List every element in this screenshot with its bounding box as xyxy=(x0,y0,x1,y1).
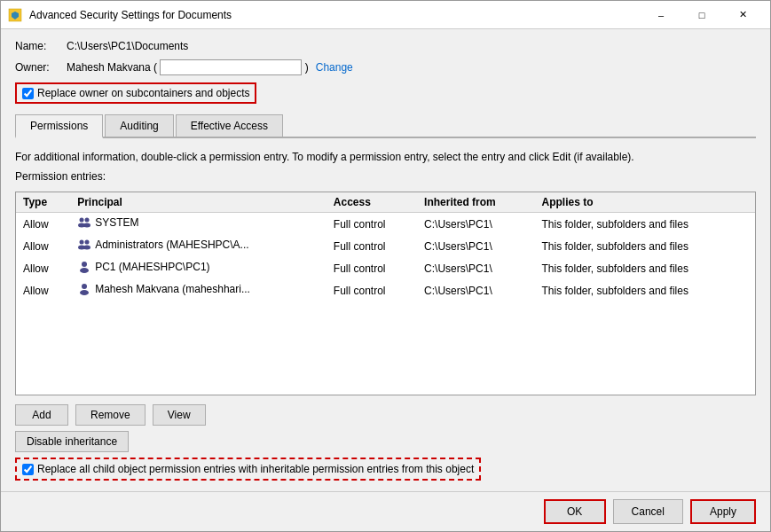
col-principal: Principal xyxy=(70,192,326,213)
tabs-bar: Permissions Auditing Effective Access xyxy=(15,114,756,138)
cell-type: Allow xyxy=(16,235,70,257)
title-bar: Advanced Security Settings for Documents… xyxy=(1,1,770,29)
cell-applies: This folder, subfolders and files xyxy=(534,235,755,257)
tab-permissions[interactable]: Permissions xyxy=(15,114,103,138)
cell-inherited: C:\Users\PC1\ xyxy=(417,235,534,257)
footer-buttons: OK Cancel Apply xyxy=(1,491,770,531)
disable-inheritance-button[interactable]: Disable inheritance xyxy=(15,431,129,452)
replace-child-checkbox[interactable] xyxy=(22,464,34,475)
cell-principal: PC1 (MAHESHPC\PC1) xyxy=(70,257,326,279)
tab-auditing[interactable]: Auditing xyxy=(105,114,173,137)
table-row[interactable]: Allow Administrators (MAHESHPC\A...Full … xyxy=(16,235,755,257)
add-button[interactable]: Add xyxy=(15,404,68,426)
table-row[interactable]: Allow Mahesh Makvana (maheshhari...Full … xyxy=(16,279,755,301)
name-row: Name: C:\Users\PC1\Documents xyxy=(15,40,756,52)
permissions-table-container: Type Principal Access Inherited from App… xyxy=(15,192,756,395)
replace-owner-checkbox[interactable] xyxy=(22,88,34,99)
minimize-button[interactable]: – xyxy=(641,6,681,24)
cell-access: Full control xyxy=(326,235,417,257)
cancel-button[interactable]: Cancel xyxy=(613,499,683,524)
main-window: Advanced Security Settings for Documents… xyxy=(0,0,771,532)
replace-child-row: Replace all child object permission entr… xyxy=(15,458,481,481)
tab-effective-access[interactable]: Effective Access xyxy=(176,114,283,137)
user-icon: Mahesh Makvana (maheshhari... xyxy=(77,282,250,296)
replace-owner-row: Replace owner on subcontainers and objec… xyxy=(15,82,256,104)
owner-label: Owner: xyxy=(15,61,59,74)
svg-point-12 xyxy=(80,290,89,295)
cell-inherited: C:\Users\PC1\ xyxy=(417,279,534,301)
cell-access: Full control xyxy=(326,257,417,279)
table-row[interactable]: Allow PC1 (MAHESHPC\PC1)Full controlC:\U… xyxy=(16,257,755,279)
owner-value: Mahesh Makvana ( ) xyxy=(67,59,309,75)
col-access: Access xyxy=(326,192,417,213)
svg-point-5 xyxy=(80,240,84,245)
maximize-button[interactable]: □ xyxy=(681,6,722,24)
section-label: Permission entries: xyxy=(15,170,756,183)
cell-applies: This folder, subfolders and files xyxy=(534,213,755,236)
svg-point-8 xyxy=(83,246,90,250)
cell-type: Allow xyxy=(16,213,70,236)
cell-inherited: C:\Users\PC1\ xyxy=(417,257,534,279)
table-button-row: Add Remove View xyxy=(15,404,756,426)
cell-access: Full control xyxy=(326,279,417,301)
name-label: Name: xyxy=(15,40,59,52)
cell-principal: SYSTEM xyxy=(70,213,326,236)
svg-point-11 xyxy=(82,284,87,289)
replace-owner-label[interactable]: Replace owner on subcontainers and objec… xyxy=(37,87,249,99)
cell-type: Allow xyxy=(16,257,70,279)
cell-type: Allow xyxy=(16,279,70,301)
table-row[interactable]: Allow SYSTEMFull controlC:\Users\PC1\Thi… xyxy=(16,213,755,236)
replace-child-label[interactable]: Replace all child object permission entr… xyxy=(37,463,474,475)
cell-applies: This folder, subfolders and files xyxy=(534,257,755,279)
cell-principal: Administrators (MAHESHPC\A... xyxy=(70,235,326,257)
svg-point-2 xyxy=(85,218,90,223)
col-type: Type xyxy=(16,192,70,213)
remove-button[interactable]: Remove xyxy=(75,404,146,426)
group-icon: SYSTEM xyxy=(77,215,138,230)
owner-row: Owner: Mahesh Makvana ( ) Change xyxy=(15,59,756,75)
cell-principal: Mahesh Makvana (maheshhari... xyxy=(70,279,326,301)
cell-inherited: C:\Users\PC1\ xyxy=(417,213,534,236)
window-icon xyxy=(8,8,22,22)
content-area: Name: C:\Users\PC1\Documents Owner: Mahe… xyxy=(1,29,770,491)
change-owner-link[interactable]: Change xyxy=(316,61,353,74)
user-icon: PC1 (MAHESHPC\PC1) xyxy=(77,260,209,274)
svg-point-9 xyxy=(82,262,87,267)
tab-content-permissions: For additional information, double-click… xyxy=(15,145,756,481)
apply-button[interactable]: Apply xyxy=(690,499,756,524)
svg-point-4 xyxy=(83,223,90,228)
permissions-table: Type Principal Access Inherited from App… xyxy=(16,192,755,301)
close-button[interactable]: ✕ xyxy=(722,6,763,24)
col-inherited: Inherited from xyxy=(417,192,534,213)
view-button[interactable]: View xyxy=(153,404,206,426)
ok-button[interactable]: OK xyxy=(544,499,606,524)
window-controls: – □ ✕ xyxy=(641,6,763,24)
group-icon: Administrators (MAHESHPC\A... xyxy=(77,238,248,252)
cell-applies: This folder, subfolders and files xyxy=(534,279,755,301)
svg-point-10 xyxy=(80,268,89,273)
window-title: Advanced Security Settings for Documents xyxy=(29,9,232,21)
col-applies: Applies to xyxy=(534,192,755,213)
cell-access: Full control xyxy=(326,213,417,236)
svg-point-6 xyxy=(85,240,90,245)
name-value: C:\Users\PC1\Documents xyxy=(67,40,188,52)
owner-input-box xyxy=(160,59,302,75)
title-bar-left: Advanced Security Settings for Documents xyxy=(8,8,232,22)
info-text: For additional information, double-click… xyxy=(15,149,756,165)
table-header-row: Type Principal Access Inherited from App… xyxy=(16,192,755,213)
svg-point-1 xyxy=(80,218,84,223)
